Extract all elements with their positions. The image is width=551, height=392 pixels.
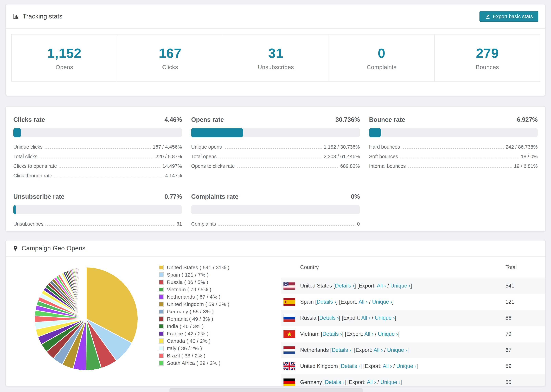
metric-row-soft-bounces: Soft bounces18 / 0%: [369, 154, 538, 159]
stat-label: Complaints: [367, 64, 396, 70]
legend-item-brazil: Brazil ( 33 / 2% ): [159, 352, 229, 359]
export-all-link[interactable]: All ›: [374, 347, 383, 353]
export-all-link[interactable]: All ›: [367, 379, 376, 385]
geo-pie-chart[interactable]: [33, 266, 140, 372]
campaign-geo-opens-card: Campaign Geo Opens United States ( 541 /…: [6, 240, 545, 386]
details-link[interactable]: Details ›: [332, 347, 351, 353]
details-link[interactable]: Details ›: [325, 379, 345, 385]
geo-country-cell: Netherlands [Details ›] [Export: All › /…: [295, 347, 505, 353]
vn-flag-icon: [283, 330, 295, 338]
legend-label: United Kingdom ( 59 / 3% ): [167, 301, 229, 307]
dotted-leader: [46, 225, 174, 226]
metric-row-internal-bounces: Internal bounces19 / 6.81%: [369, 163, 538, 169]
export-basic-stats-button[interactable]: Export basic stats: [480, 11, 538, 22]
legend-label: France ( 42 / 2% ): [167, 331, 209, 336]
geo-country-cell: Spain [Details ›] [Export: All › / Uniqu…: [295, 299, 505, 305]
metric-value: 14.497%: [162, 163, 182, 169]
details-link[interactable]: Details ›: [341, 363, 360, 369]
geo-table-row-germany: Germany [Details ›] [Export: All › / Uni…: [281, 374, 545, 386]
pie-slice-other[interactable]: [86, 267, 86, 319]
geo-country-name: United Kingdom: [300, 363, 339, 369]
stat-box-unsubscribes: 31Unsubscribes: [223, 34, 329, 82]
details-link[interactable]: Details ›: [335, 283, 354, 289]
stat-label: Opens: [56, 64, 73, 70]
export-unique-link[interactable]: Unique ›: [380, 379, 400, 385]
legend-label: South Africa ( 29 / 2% ): [167, 360, 220, 366]
export-unique-link[interactable]: Unique ›: [372, 299, 392, 305]
legend-swatch-color: [159, 310, 163, 314]
metric-label: Click through rate: [13, 173, 52, 179]
export-unique-link[interactable]: Unique ›: [378, 331, 398, 337]
metric-row-total-clicks: Total clicks220 / 5.87%: [13, 154, 182, 159]
bracket-text: ]: [398, 331, 399, 337]
bracket-text: ] [Export:: [342, 331, 364, 337]
export-all-link[interactable]: All ›: [377, 283, 386, 289]
metric-label: Complaints: [191, 221, 216, 227]
legend-swatch-color: [159, 332, 163, 336]
export-unique-link[interactable]: Unique ›: [390, 283, 410, 289]
opens-rate-progressbar: [191, 128, 360, 137]
dotted-leader: [45, 148, 151, 149]
bounce-rate-progress-fill: [369, 128, 381, 137]
export-unique-link[interactable]: Unique ›: [387, 347, 407, 353]
clicks-rate-block: Clicks rate 4.46% Unique clicks167 / 4.4…: [13, 116, 182, 182]
complaints-rate-block: Complaints rate 0% Complaints0: [191, 193, 360, 231]
details-link[interactable]: Details ›: [319, 315, 339, 321]
details-link[interactable]: Details ›: [317, 299, 336, 305]
export-unique-link[interactable]: Unique ›: [396, 363, 416, 369]
geo-country-name: Germany: [300, 379, 323, 385]
bracket-text: ]: [395, 315, 396, 321]
legend-label: Romania ( 49 / 3% ): [167, 316, 213, 322]
es-flag-icon: [283, 298, 295, 306]
metric-label: Internal bounces: [369, 163, 406, 169]
opens-rate-block: Opens rate 30.736% Unique opens1,152 / 3…: [191, 116, 360, 182]
legend-label: Italy ( 36 / 2% ): [167, 345, 202, 351]
dotted-leader: [237, 168, 338, 168]
complaints-rate-progressbar: [191, 205, 360, 214]
metric-label: Opens to clicks rate: [191, 163, 235, 169]
metric-value: 167 / 4.456%: [153, 144, 182, 150]
tracking-stats-title-text: Tracking stats: [23, 13, 63, 20]
legend-label: Netherlands ( 67 / 4% ): [167, 294, 220, 300]
legend-item-france: France ( 42 / 2% ): [159, 330, 229, 337]
metric-label: Unique opens: [191, 144, 222, 150]
details-link[interactable]: Details ›: [322, 331, 342, 337]
opens-rate-progress-fill: [191, 128, 243, 137]
export-all-link[interactable]: All ›: [359, 299, 367, 305]
legend-swatch-united-kingdom: [159, 302, 164, 307]
legend-swatch-india: [159, 324, 164, 329]
metric-row-unique-clicks: Unique clicks167 / 4.456%: [13, 144, 182, 150]
clicks-rate-progressbar: [13, 128, 182, 137]
stat-box-complaints: 0Complaints: [329, 34, 435, 82]
dotted-leader: [219, 158, 322, 158]
legend-item-vietnam: Vietnam ( 79 / 5% ): [159, 286, 229, 293]
unsubscribe-rate-title: Unsubscribe rate: [13, 193, 64, 200]
legend-swatch-russia: [159, 280, 164, 285]
metric-row-unique-opens: Unique opens1,152 / 30.736%: [191, 144, 360, 150]
bracket-text: ]: [392, 299, 394, 305]
metric-row-clicks-to-opens-rate: Clicks to opens rate14.497%: [13, 163, 182, 169]
legend-swatch-color: [159, 288, 163, 291]
unsubscribe-rate-progress-fill: [13, 205, 16, 214]
bar-chart-icon: [13, 13, 19, 20]
metric-value: 0: [357, 221, 360, 227]
metric-label: Soft bounces: [369, 154, 398, 159]
bracket-text: ] [Export:: [339, 315, 361, 321]
legend-item-italy: Italy ( 36 / 2% ): [159, 345, 229, 352]
export-all-link[interactable]: All ›: [361, 315, 370, 321]
geo-country-name: Netherlands: [300, 347, 330, 353]
slash-text: /: [392, 363, 396, 369]
export-all-link[interactable]: All ›: [364, 331, 373, 337]
dotted-leader: [39, 158, 153, 158]
bracket-text: ] [Export:: [336, 299, 359, 305]
legend-swatch-france: [159, 331, 164, 336]
metric-row-complaints: Complaints0: [191, 221, 360, 227]
dotted-leader: [408, 168, 512, 168]
geo-total-cell: 55: [505, 379, 545, 385]
legend-label: Germany ( 55 / 3% ): [167, 309, 214, 315]
export-unique-link[interactable]: Unique ›: [375, 315, 395, 321]
geo-country-cell: United Kingdom [Details ›] [Export: All …: [295, 363, 505, 369]
export-all-link[interactable]: All ›: [383, 363, 392, 369]
metric-value: 31: [177, 221, 182, 227]
geo-total-cell: 67: [505, 347, 545, 353]
